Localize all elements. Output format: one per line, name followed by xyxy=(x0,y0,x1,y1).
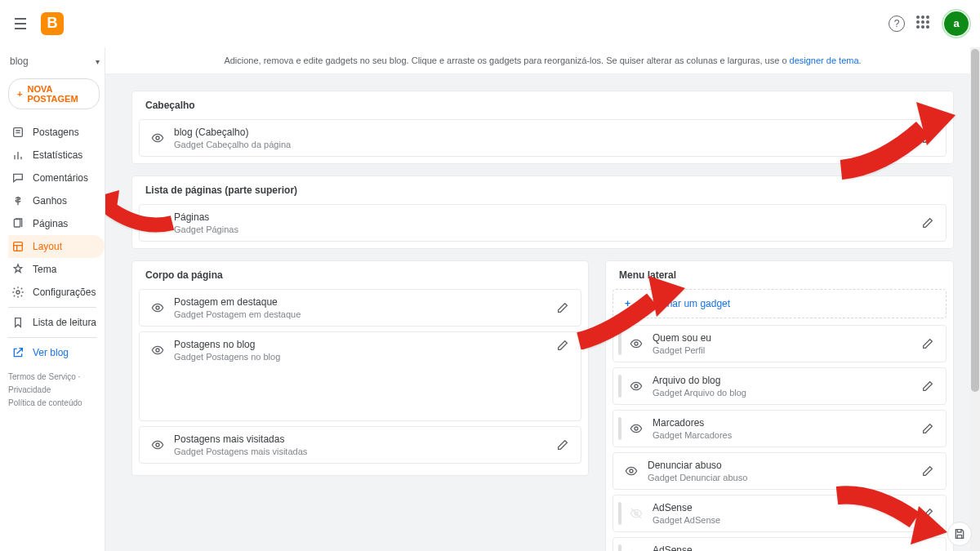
sidebar-item-ganhos[interactable]: Ganhos xyxy=(8,189,105,212)
drag-handle-icon[interactable] xyxy=(618,544,621,551)
info-bar: Adicione, remova e edite gadgets no seu … xyxy=(105,47,980,74)
comments-icon xyxy=(11,171,24,184)
edit-icon[interactable] xyxy=(556,301,569,314)
svg-point-11 xyxy=(635,427,638,430)
sidebar-item-configuracoes[interactable]: Configurações xyxy=(8,281,105,304)
eye-icon[interactable] xyxy=(151,301,164,314)
pages-icon xyxy=(11,217,24,230)
eye-off-icon[interactable] xyxy=(630,507,643,520)
stats-icon xyxy=(11,149,24,162)
content-policy-link[interactable]: Política de conteúdo xyxy=(8,398,82,407)
gadget-paginas[interactable]: PáginasGadget Páginas xyxy=(139,204,947,242)
edit-icon[interactable] xyxy=(921,380,934,393)
sidebar-item-label: Postagens xyxy=(33,127,79,138)
svg-point-12 xyxy=(630,469,633,473)
chevron-down-icon: ▾ xyxy=(96,57,100,66)
edit-icon[interactable] xyxy=(921,216,934,229)
svg-point-7 xyxy=(156,349,159,352)
gadget-quem-sou-eu[interactable]: Quem sou euGadget Perfil xyxy=(612,325,947,362)
blogger-logo[interactable]: B xyxy=(41,12,64,35)
sidebar-item-tema[interactable]: Tema xyxy=(8,258,105,281)
gadget-title: Quem sou eu xyxy=(653,332,711,344)
privacy-link[interactable]: Privacidade xyxy=(8,385,51,394)
gadget-postagem-destaque[interactable]: Postagem em destaqueGadget Postagem em d… xyxy=(139,289,581,327)
edit-icon[interactable] xyxy=(921,507,934,520)
hamburger-menu-icon[interactable] xyxy=(11,14,31,33)
terms-link[interactable]: Termos de Serviço xyxy=(8,372,76,381)
topbar-left: B xyxy=(11,12,64,35)
gadget-subtitle: Gadget Denunciar abuso xyxy=(648,473,747,482)
eye-icon[interactable] xyxy=(630,337,643,350)
edit-icon[interactable] xyxy=(921,131,934,144)
avatar[interactable]: a xyxy=(944,11,969,36)
edit-icon[interactable] xyxy=(556,339,569,352)
section-title: Lista de páginas (parte superior) xyxy=(132,176,953,204)
gadget-denunciar-abuso[interactable]: Denunciar abusoGadget Denunciar abuso xyxy=(612,452,947,490)
gadget-title: Postagens no blog xyxy=(174,339,280,350)
eye-icon[interactable] xyxy=(151,131,164,144)
theme-designer-link[interactable]: designer de tema xyxy=(790,56,859,65)
gadget-title: blog (Cabeçalho) xyxy=(174,127,291,138)
new-post-button[interactable]: + NOVA POSTAGEM xyxy=(8,78,100,109)
save-button[interactable] xyxy=(947,522,972,546)
svg-point-9 xyxy=(635,342,638,345)
gadget-adsense-1[interactable]: AdSenseGadget AdSense xyxy=(612,495,947,532)
gadget-subtitle: Gadget Perfil xyxy=(653,345,711,355)
sidebar-item-lista-leitura[interactable]: Lista de leitura xyxy=(8,311,105,334)
eye-off-icon[interactable] xyxy=(151,216,164,229)
sidebar-item-estatisticas[interactable]: Estatísticas xyxy=(8,144,105,167)
svg-point-10 xyxy=(635,384,638,388)
drag-handle-icon[interactable] xyxy=(618,502,621,525)
gadget-postagens-populares[interactable]: Postagens mais visitadasGadget Postagens… xyxy=(139,426,581,464)
sidebar-item-paginas[interactable]: Páginas xyxy=(8,212,105,235)
gadget-arquivo-blog[interactable]: Arquivo do blogGadget Arquivo do blog xyxy=(612,367,947,405)
sidebar-item-label: Ganhos xyxy=(33,195,67,207)
divider xyxy=(8,337,96,338)
scrollbar-track[interactable] xyxy=(970,47,980,551)
earnings-icon xyxy=(11,194,24,207)
edit-icon[interactable] xyxy=(921,337,934,350)
plus-icon: + xyxy=(625,298,630,309)
eye-icon[interactable] xyxy=(151,344,164,357)
scrollbar-thumb[interactable] xyxy=(971,49,979,392)
edit-icon[interactable] xyxy=(921,464,934,478)
drag-handle-icon[interactable] xyxy=(618,375,621,398)
eye-icon[interactable] xyxy=(630,422,643,435)
gadget-subtitle: Gadget Postagens no blog xyxy=(174,352,280,362)
sidebar-item-postagens[interactable]: Postagens xyxy=(8,121,105,144)
gadget-cabecalho[interactable]: blog (Cabeçalho)Gadget Cabeçalho da pági… xyxy=(139,119,947,157)
help-icon[interactable]: ? xyxy=(889,16,905,32)
blog-name-label: blog xyxy=(10,56,29,67)
theme-icon xyxy=(11,263,24,276)
drag-handle-icon[interactable] xyxy=(618,332,621,355)
eye-icon[interactable] xyxy=(151,438,164,451)
gadget-subtitle: Gadget Marcadores xyxy=(653,430,732,440)
svg-point-3 xyxy=(16,291,20,294)
svg-rect-2 xyxy=(14,242,23,251)
gadget-subtitle: Gadget Páginas xyxy=(174,224,238,234)
eye-icon[interactable] xyxy=(625,464,638,478)
main: blog ▾ + NOVA POSTAGEM Postagens Estatís… xyxy=(0,47,980,551)
gadget-adsense-2[interactable]: AdSenseGadget AdSense xyxy=(612,537,947,551)
section-title: Corpo da página xyxy=(132,261,588,289)
gadget-marcadores[interactable]: MarcadoresGadget Marcadores xyxy=(612,410,947,447)
gadget-subtitle: Gadget Postagens mais visitadas xyxy=(174,447,307,456)
eye-icon[interactable] xyxy=(630,380,643,393)
svg-point-6 xyxy=(156,306,159,309)
posts-icon xyxy=(11,126,24,139)
apps-icon[interactable] xyxy=(916,16,933,32)
sidebar-item-layout[interactable]: Layout xyxy=(8,235,105,258)
drag-handle-icon[interactable] xyxy=(618,417,621,440)
divider xyxy=(8,307,96,308)
edit-icon[interactable] xyxy=(921,422,934,435)
svg-rect-1 xyxy=(14,220,20,227)
blog-selector[interactable]: blog ▾ xyxy=(8,52,105,75)
add-gadget-label: Adicionar um gadget xyxy=(640,298,730,309)
edit-icon[interactable] xyxy=(556,438,569,451)
view-blog-link[interactable]: Ver blog xyxy=(8,341,105,364)
reading-list-icon xyxy=(11,316,24,329)
add-gadget-button[interactable]: + Adicionar um gadget xyxy=(612,289,947,318)
gadget-postagens-blog[interactable]: Postagens no blogGadget Postagens no blo… xyxy=(139,331,581,421)
gadget-subtitle: Gadget Postagem em destaque xyxy=(174,309,301,319)
sidebar-item-comentarios[interactable]: Comentários xyxy=(8,167,105,189)
